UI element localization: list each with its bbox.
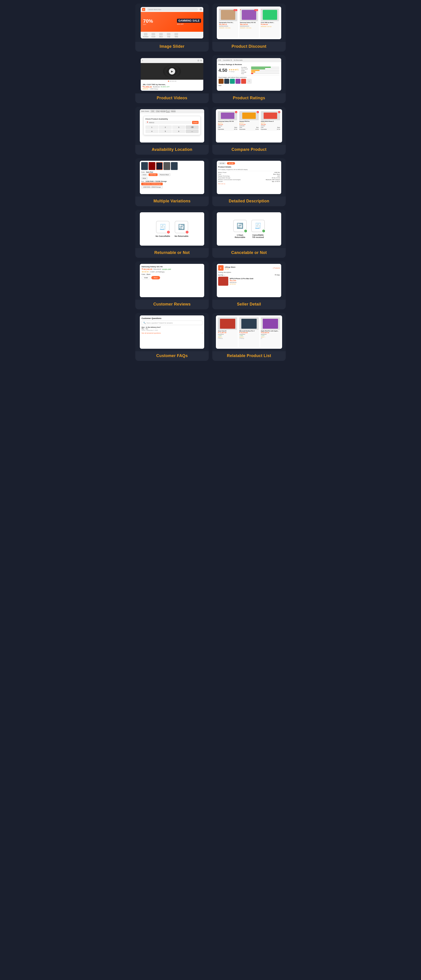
rating-right: ★★★★½ 74 ratings <box>229 68 238 72</box>
cmp-color-2: ColorBlue <box>239 127 259 128</box>
bar-poor: Poor <box>241 73 280 74</box>
bar-poor-fill <box>251 73 253 74</box>
no-returnable-icon-wrap: 🔄 ✕ <box>175 221 188 233</box>
customer-media-label: Real images and videos from customers <box>219 76 280 78</box>
cmp-exp-1: Expandable64 Gb <box>218 129 237 130</box>
thumb-var-5[interactable] <box>171 162 178 170</box>
more-photos-btn[interactable]: + <box>247 79 252 84</box>
color-darkred[interactable]: Dark Red <box>149 173 157 176</box>
product-img-inner-1 <box>221 10 235 20</box>
avail-icons: COD 1 Days Returnable 6 months Warranty <box>150 110 176 113</box>
thumb-var-1[interactable] <box>141 162 148 170</box>
cmp-old-2: ₹1,91,000 <box>239 125 259 127</box>
compare-product-1: ✕ Samsung Galaxy S21 5G ★★★★½ ₹68,249 ₹8… <box>217 111 238 131</box>
thumb-var-2[interactable] <box>149 162 155 170</box>
color-phantom[interactable]: Phantom Black <box>158 173 170 176</box>
guarantee-icon: 6 months <box>166 110 170 113</box>
dot-4 <box>173 81 175 82</box>
rev-stars: ★★★★½ <box>141 271 149 273</box>
color-white[interactable]: White <box>141 177 148 180</box>
faq-search-box[interactable]: 🔍 Have a question? Search for answers <box>141 321 203 325</box>
slider-topbar: e Search items here <box>141 7 203 12</box>
key-3[interactable]: 3 <box>172 126 185 129</box>
slider-search-box[interactable]: Search items here <box>147 8 198 11</box>
key-2[interactable]: 2 <box>159 126 172 129</box>
cancel-check-badge-2: ✓ <box>262 229 265 233</box>
cod-label: COD <box>218 59 221 61</box>
rev-color-value: Black <box>146 274 150 275</box>
numpad: 1 2 3 ⌫ 4 5 6 — <box>145 126 199 133</box>
key-6[interactable]: 6 <box>172 129 185 133</box>
filter-icon: ⚙ <box>275 274 276 276</box>
play-button[interactable]: ▶ <box>169 68 175 75</box>
product-img-3 <box>261 9 279 21</box>
cat-furniture: Furniture <box>143 33 149 37</box>
cmp-img-3 <box>261 111 280 120</box>
color-green[interactable]: Green <box>141 173 148 176</box>
remove-btn-2[interactable]: ✕ <box>257 111 259 113</box>
rel-count-3: (1) <box>261 338 280 339</box>
remove-btn-3[interactable]: ✕ <box>278 111 280 113</box>
avail-topbar: Seller Details COD 1 Days Returnable 6 m… <box>140 109 205 113</box>
bar-average-fill <box>251 72 255 73</box>
seller-products-link[interactable]: | Products <box>273 267 280 269</box>
faq-search-placeholder: Have a question? Search for answers <box>146 322 173 324</box>
discount-label: Product Discount <box>232 42 267 52</box>
key-backspace[interactable]: ⌫ <box>186 126 199 129</box>
days-returnable-label: 1 DaysReturnable <box>235 234 245 239</box>
thumb-var-4[interactable] <box>164 162 170 170</box>
tab-32gb-2[interactable]: 32 GB <box>227 162 235 165</box>
size-512[interactable]: 12GB RAM + 512GB Storage <box>141 183 163 185</box>
days-returnable-item: 🔄 ✓ 1 DaysReturnable <box>233 220 247 239</box>
rel-heart-2[interactable]: ♡ <box>257 318 259 320</box>
product-name-2: Samsung Galaxy S21 5G <box>240 22 258 24</box>
see-all-faqs-link[interactable]: See all answered questions › <box>141 332 203 334</box>
check-button[interactable]: Check <box>192 121 199 124</box>
size-256[interactable]: 12GB RAM + 256GB Storage <box>141 186 163 188</box>
desc-tabs: 32 GB 32 GB <box>218 162 280 165</box>
seller-prod-stars: ★ 0.00 (0) <box>230 283 280 285</box>
video-info: JBL C115 TWS by Harman, ₹3,999.00 ₹8,999… <box>141 83 203 91</box>
off30-text: 30% OFF <box>177 24 201 25</box>
description-label: Detailed Description <box>229 197 269 206</box>
cancel-inner: 🔄 ✓ 1 DaysReturnable 🧾 ✓ CancellableTill… <box>217 212 281 246</box>
video-product-name: JBL C115 TWS by Harman, <box>143 84 201 86</box>
rel-heart-3[interactable]: ♡ <box>278 318 280 320</box>
bar-average-track <box>251 72 280 73</box>
desc-color: Color Blue, Black <box>218 173 280 175</box>
rev-off: 22.62% OFF <box>162 269 171 270</box>
black-btn[interactable]: Black <box>151 276 160 279</box>
seller-sort-row: Sort By — ⚙ Filter <box>218 274 280 276</box>
key-1[interactable]: 1 <box>145 126 159 129</box>
size-options: 12GB RAM + 512GB Storage 12GB RAM + 256G… <box>141 183 203 188</box>
violet-btn[interactable]: Violet <box>141 276 150 279</box>
variations-label: Multiple Variations <box>154 197 191 206</box>
days-icon: 1 Days <box>156 110 160 113</box>
thumb-5 <box>241 79 246 84</box>
video-rating-count: 3,800 Ratings <box>150 88 158 90</box>
eshop-logo: e <box>142 8 145 11</box>
desc-more-link[interactable]: See Less ▲ <box>218 183 280 185</box>
cat-chair: Chair <box>165 33 172 37</box>
back-arrow[interactable]: ‹ <box>142 59 143 62</box>
seller-prod-old: ₹35,000.00 <box>230 282 280 283</box>
color-options-2: White <box>141 177 203 180</box>
seller-logo: e <box>218 265 224 270</box>
return-x-badge: ✕ <box>185 230 189 234</box>
rev-rating: 4.50/5 <box>150 271 154 273</box>
thumb-var-3[interactable] <box>156 162 163 170</box>
filter-btn[interactable]: ⚙ Filter <box>275 274 280 276</box>
discount-inner: ♡ 21% Typographic Print Ho... ₹41,998.15… <box>217 6 281 39</box>
filter-label: Filter <box>276 274 280 276</box>
key-5[interactable]: 5 <box>159 129 172 133</box>
key-4[interactable]: 4 <box>145 129 159 133</box>
pin-input[interactable]: 📍 400010 <box>145 121 191 124</box>
sort-by-label[interactable]: Sort By — <box>218 274 226 276</box>
returnable-card: 🧾 ✕ No Cancellable 🔄 ✕ No Returnable Ret… <box>135 210 209 258</box>
no-returnable-label: No-Returnable <box>234 59 243 61</box>
cmp-price-1: ₹68,249 <box>218 124 237 125</box>
rel-heart-1[interactable]: ♡ <box>235 318 237 320</box>
share-icon <box>197 60 199 62</box>
tab-32gb-1[interactable]: 32 GB <box>218 162 226 165</box>
key-dash[interactable]: — <box>186 129 199 133</box>
